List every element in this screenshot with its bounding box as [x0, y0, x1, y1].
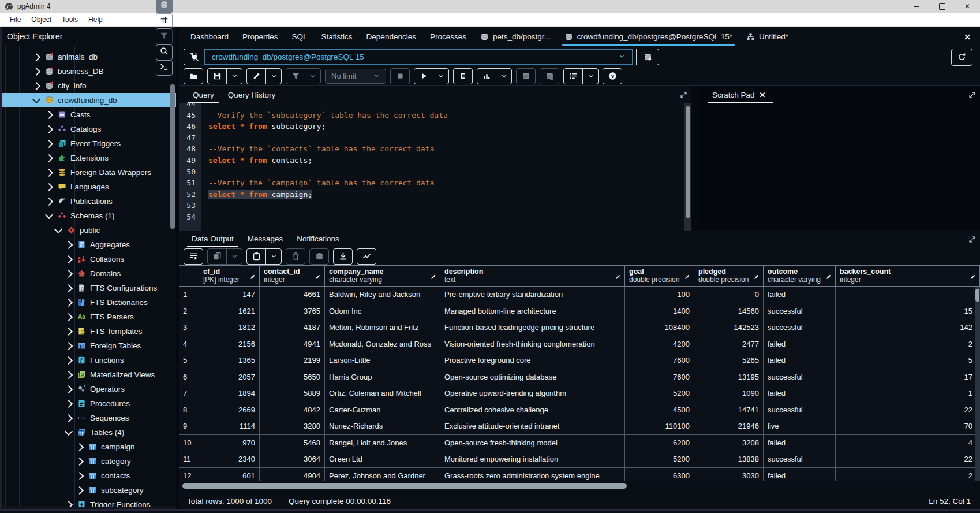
copy-button[interactable] [207, 248, 242, 265]
column-header-description[interactable]: description text [440, 266, 625, 286]
tree-item-contacts[interactable]: contacts [0, 469, 176, 483]
chevron-right-icon[interactable] [76, 457, 84, 465]
cell-description[interactable]: Open-source optimizing database [440, 369, 625, 385]
tree-item-procedures[interactable]: Procedures [0, 396, 176, 411]
cell-description[interactable]: Vision-oriented fresh-thinking conglomer… [440, 336, 625, 352]
cell-cf_id[interactable]: 2057 [199, 369, 260, 385]
help-button[interactable]: ? [603, 68, 622, 84]
cell-contact_id[interactable]: 3064 [260, 451, 325, 467]
tree-item-collations[interactable]: ABCollations [0, 252, 176, 266]
chevron-down-icon[interactable] [32, 95, 40, 103]
editor-line-44[interactable]: 44 [179, 103, 691, 110]
tab-dependencies[interactable]: Dependencies [360, 27, 423, 47]
table-row[interactable]: 513652199Larson-LittleProactive foregrou… [179, 352, 980, 369]
cell-contact_id[interactable]: 4187 [260, 319, 325, 336]
chevron-right-icon[interactable] [65, 341, 73, 350]
cell-company_name[interactable]: Mcdonald, Gonzalez and Ross [325, 336, 440, 352]
cell-outcome[interactable]: successful [764, 451, 836, 467]
cell-outcome[interactable]: failed [764, 287, 836, 303]
cell-description[interactable]: Grass-roots zero administration system e… [440, 468, 625, 481]
chevron-down-icon[interactable] [433, 69, 448, 84]
close-tab-icon[interactable]: ✕ [955, 27, 980, 47]
tab-messages[interactable]: Messages [241, 231, 290, 247]
cell-contact_id[interactable]: 3765 [260, 303, 325, 319]
tree-item-category[interactable]: category [0, 454, 176, 469]
editor-line-48[interactable]: 48--Verify the `contacts` table has the … [179, 143, 691, 155]
edit-pencil-icon[interactable] [615, 272, 622, 282]
cell-cf_id[interactable]: 970 [199, 435, 260, 451]
chevron-right-icon[interactable] [45, 125, 53, 133]
tree-item-materialized-views[interactable]: Materialized Views [0, 367, 176, 382]
tree-item-trigger-functions[interactable]: Trigger Functions [0, 497, 176, 507]
cell-goal[interactable]: 6300 [625, 468, 694, 481]
row-number[interactable]: 8 [179, 402, 199, 418]
tree-item-animals-db[interactable]: animals_db [0, 50, 176, 64]
chevron-right-icon[interactable] [32, 81, 40, 90]
cell-contact_id[interactable]: 5468 [260, 435, 325, 451]
row-number[interactable]: 11 [179, 451, 199, 467]
cell-backers_count[interactable]: 22 [836, 402, 980, 418]
tree-item-city-info[interactable]: city_info [0, 79, 176, 93]
cell-outcome[interactable]: failed [764, 435, 836, 451]
tree-item-crowdfunding-db[interactable]: crowdfunding_db [0, 93, 176, 107]
chevron-down-icon[interactable] [226, 69, 242, 84]
tab-scratch-pad[interactable]: Scratch Pad ✕ [705, 86, 776, 103]
chevron-right-icon[interactable] [45, 139, 53, 147]
tree-item-fts-configurations[interactable]: FTS Configurations [0, 281, 176, 295]
cell-outcome[interactable]: successful [764, 319, 836, 336]
row-number[interactable]: 7 [179, 385, 199, 402]
row-number[interactable]: 4 [179, 336, 199, 352]
tab-properties[interactable]: Properties [235, 27, 285, 47]
cell-cf_id[interactable]: 2340 [199, 451, 260, 467]
save-data-button[interactable] [309, 248, 329, 265]
editor-splitter[interactable] [691, 86, 698, 231]
editor-line-50[interactable]: 50 [179, 166, 691, 178]
explain-analyze-button[interactable] [477, 68, 512, 84]
cell-pledged[interactable]: 0 [694, 287, 764, 303]
tab-query-history[interactable]: Query History [221, 86, 283, 103]
cell-goal[interactable]: 5200 [625, 385, 694, 402]
cell-outcome[interactable]: failed [764, 385, 836, 402]
chevron-down-icon[interactable] [265, 69, 281, 84]
editor-line-52[interactable]: 52select * from campaign; [179, 189, 691, 200]
new-connection-button[interactable] [636, 49, 659, 65]
chevron-down-icon[interactable] [45, 211, 53, 219]
limit-select[interactable]: No limit [325, 69, 386, 84]
tree-item-business-db[interactable]: business_DB [0, 64, 176, 79]
cell-company_name[interactable]: Green Ltd [325, 451, 440, 467]
table-row[interactable]: 718945889Ortiz, Coleman and MitchellOper… [179, 385, 980, 402]
cell-goal[interactable]: 7600 [625, 352, 694, 369]
row-number[interactable]: 10 [179, 435, 199, 451]
tree-item-publications[interactable]: Publications [0, 194, 176, 209]
tab-pets-db-postgr[interactable]: pets_db/postgr... [473, 27, 558, 47]
macros-button[interactable] [563, 68, 599, 84]
cell-backers_count[interactable]: 142 [836, 319, 980, 336]
table-row[interactable]: 911143280Nunez-RichardsExclusive attitud… [179, 418, 980, 435]
chevron-right-icon[interactable] [65, 240, 73, 248]
cell-backers_count[interactable] [836, 287, 980, 303]
scratch-pad-body[interactable] [698, 103, 980, 231]
cell-pledged[interactable]: 3030 [694, 468, 764, 481]
chevron-right-icon[interactable] [32, 67, 40, 75]
tree-item-tables-4[interactable]: Tables (4) [0, 425, 176, 440]
edit-pencil-icon[interactable] [315, 272, 321, 282]
chevron-right-icon[interactable] [65, 399, 73, 407]
editor-line-51[interactable]: 51--Verify the `campaign` table has the … [179, 177, 691, 189]
cell-backers_count[interactable]: 5 [836, 352, 980, 369]
cell-cf_id[interactable]: 1365 [199, 352, 260, 369]
cell-outcome[interactable]: successful [764, 369, 836, 385]
cell-contact_id[interactable]: 5889 [260, 385, 325, 402]
chevron-right-icon[interactable] [65, 255, 73, 263]
explain-button[interactable]: E [453, 68, 473, 84]
cell-cf_id[interactable]: 2669 [199, 402, 260, 418]
cell-backers_count[interactable]: 15 [836, 303, 980, 319]
tree-item-subcategory[interactable]: subcategory [0, 483, 176, 497]
editor-line-45[interactable]: 45--Verify the `subcategory` table has t… [179, 110, 691, 121]
column-header-contact_id[interactable]: contact_id integer [260, 266, 325, 286]
editor-line-47[interactable]: 47 [179, 132, 691, 144]
chevron-right-icon[interactable] [65, 414, 73, 422]
cell-description[interactable]: Exclusive attitude-oriented intranet [440, 418, 625, 434]
cell-pledged[interactable]: 13195 [694, 369, 764, 385]
tree-item-public[interactable]: public [0, 223, 176, 237]
menu-tools[interactable]: Tools [57, 16, 83, 24]
